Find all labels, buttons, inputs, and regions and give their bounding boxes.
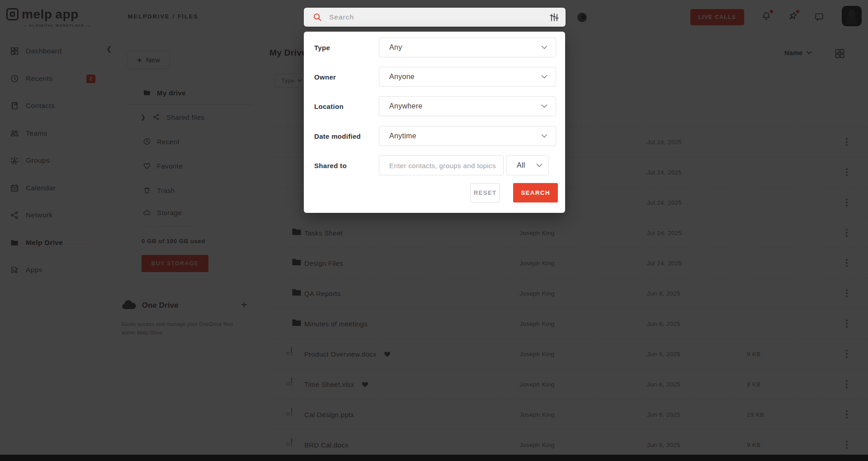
shared-scope-select[interactable]: All [506,155,549,175]
owner-select[interactable]: Anyone [379,67,556,87]
date-modified-select[interactable]: Anytime [379,126,556,146]
bottom-bar [0,455,868,461]
search-bar [304,8,566,27]
chevron-down-icon [541,134,547,138]
filter-sliders-icon[interactable] [549,12,559,22]
chevron-down-icon [541,75,547,79]
reset-button[interactable]: RESET [470,183,500,202]
chevron-down-icon [541,46,547,50]
chevron-down-icon [541,104,547,108]
search-filter-panel: Type Any Owner Anyone Location Anywhere … [304,32,565,213]
chevron-down-icon [536,164,542,168]
search-input[interactable] [329,13,542,21]
search-icon [313,13,322,22]
search-button[interactable]: SEARCH [513,183,558,202]
type-select[interactable]: Any [379,38,556,57]
location-label: Location [314,96,344,116]
type-label: Type [314,38,330,57]
date-modified-label: Date modified [314,126,361,146]
shared-to-label: Shared to [314,155,347,175]
shared-to-input[interactable] [379,155,504,175]
location-select[interactable]: Anywhere [379,96,556,116]
owner-label: Owner [314,67,336,87]
